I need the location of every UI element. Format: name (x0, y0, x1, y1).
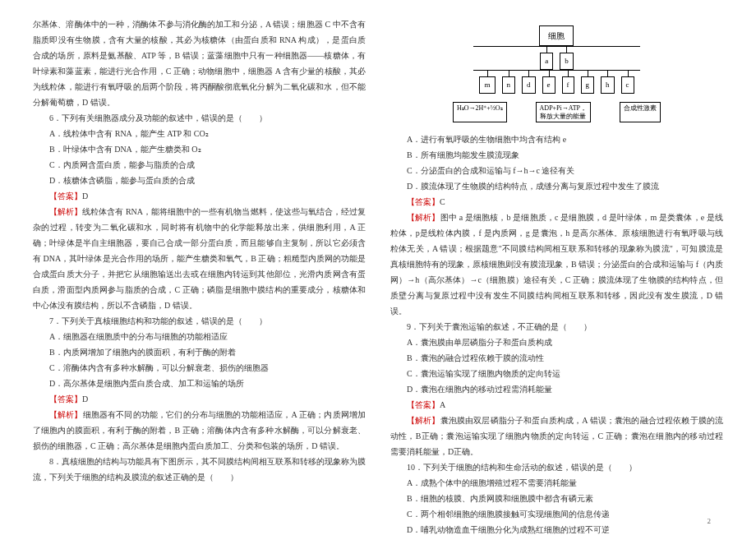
q8-choice-B: B．所有细胞均能发生膜流现象 (390, 147, 723, 163)
q6-analysis-label: 【解析】 (49, 207, 82, 216)
diagram-box-e: e (542, 76, 555, 94)
diagram-labels: H₂O→2H⁺+½O₂ ADP+Pi→ATP， 释放大量的能量 合成性激素 (453, 102, 661, 122)
diagram-box-a: a (540, 53, 553, 70)
diagram-box-b: b (560, 53, 574, 70)
q9-stem: 9．下列关于囊泡运输的叙述，不正确的是（ ） (390, 319, 723, 334)
diagram-box-n: n (502, 76, 516, 94)
q7-choice-B: B．内质网增加了细胞内的膜面积，有利于酶的附着 (33, 344, 366, 360)
q6-analysis-text: 线粒体含有 RNA，能将细胞中的一些有机物当燃料，使这些与氧结合，经过复杂的过程… (33, 207, 366, 310)
diagram-top-box: 细胞 (539, 25, 574, 46)
diagram-label-mid: ADP+Pi→ATP， 释放大量的能量 (536, 102, 591, 122)
q6-answer-line: 【答案】D (33, 188, 366, 204)
intro-para: 尔基体、溶酶体中的一种，消酶体不参与消化酶的加工和分泌，A 错误；细胞器 C 中… (33, 16, 366, 110)
diagram-box-d: d (522, 76, 536, 94)
q7-analysis-label: 【解析】 (49, 410, 83, 419)
q7-choice-D: D．高尔基体是细胞内蛋白质合成、加工和运输的场所 (33, 376, 366, 391)
q9-answer-label: 【答案】 (407, 400, 440, 409)
q6-choice-B: B．叶绿体中含有 DNA，能产生糖类和 O₂ (33, 141, 366, 157)
diagram-row1: a b (453, 53, 661, 70)
q8-analysis: 【解析】图中 a 是细胞核，b 是细胞质，c 是细胞膜，d 是叶绿体，m 是类囊… (390, 210, 723, 319)
diagram-box-h: h (601, 76, 615, 94)
q8-analysis-text: 图中 a 是细胞核，b 是细胞质，c 是细胞膜，d 是叶绿体，m 是类囊体，e … (390, 213, 723, 316)
q6-choice-C: C．内质网含蛋白质，能参与脂质的合成 (33, 157, 366, 173)
q8-answer-line: 【答案】C (390, 194, 723, 210)
q10-choice-C: C．两个相邻细胞的细胞膜接触可实现细胞间的信息传递 (390, 506, 723, 522)
q6-stem: 6．下列有关细胞器成分及功能的叙述中，错误的是（ ） (33, 110, 366, 126)
q7-analysis: 【解析】细胞器有不同的功能，它们的分布与细胞的功能相适应，A 正确；内质网增加了… (33, 407, 366, 454)
q9-choice-C: C．囊泡运输实现了细胞内物质的定向转运 (390, 366, 723, 381)
q9-analysis: 【解析】囊泡膜由双层磷脂分子和蛋白质构成，A 错误；囊泡的融合过程依赖于膜的流动… (390, 413, 723, 459)
diagram-label-left: H₂O→2H⁺+½O₂ (453, 102, 507, 122)
q10-choice-A: A．成熟个体中的细胞增殖过程不需要消耗能量 (390, 475, 723, 491)
q8-choice-D: D．膜流体现了生物膜的结构特点，成缝分离与复原过程中发生了膜流 (390, 178, 723, 194)
q8-answer-label: 【答案】 (407, 197, 440, 206)
q9-analysis-label: 【解析】 (407, 416, 440, 425)
q9-answer-line: 【答案】A (390, 397, 723, 413)
diagram-row2: m n d e f g h c (453, 76, 661, 94)
q6-choice-D: D．核糖体含磷脂，能参与蛋白质的合成 (33, 173, 366, 188)
q9-choice-A: A．囊泡膜由单层磷脂分子和蛋白质构成 (390, 334, 723, 350)
q9-answer: A (440, 400, 445, 409)
diagram-label-right: 合成性激素 (620, 102, 661, 122)
q8-analysis-label: 【解析】 (407, 213, 440, 222)
diagram-box-g: g (581, 76, 595, 94)
q6-analysis: 【解析】线粒体含有 RNA，能将细胞中的一些有机物当燃料，使这些与氧结合，经过复… (33, 204, 366, 313)
q7-answer-line: 【答案】D (33, 391, 366, 407)
q8-choice-A: A．进行有氧呼吸的生物细胞中均含有结构 e (390, 131, 723, 147)
left-column: 尔基体、溶酶体中的一种，消酶体不参与消化酶的加工和分泌，A 错误；细胞器 C 中… (33, 16, 366, 535)
diagram-box-f: f (562, 76, 574, 94)
diagram-box-c: c (621, 76, 634, 94)
q8-answer: C (440, 197, 445, 206)
q7-stem: 7．下列关于真核细胞结构和功能的叙述，错误的是（ ） (33, 313, 366, 329)
q6-choice-A: A．线粒体中含有 RNA，能产生 ATP 和 CO₂ (33, 126, 366, 141)
q10-choice-D: D．哺乳动物造血干细胞分化为成熟红细胞的过程不可逆 (390, 522, 723, 535)
diagram: 细胞 a b m n d e f g h c H₂O→2H⁺+½O₂ (390, 21, 723, 127)
page-number: 2 (708, 514, 712, 528)
q7-answer-label: 【答案】 (49, 394, 82, 404)
q10-stem: 10．下列关于细胞的结构和生命活动的叙述，错误的是（ ） (390, 459, 723, 475)
q6-answer-label: 【答案】 (49, 191, 82, 201)
q9-choice-B: B．囊泡的融合过程依赖于膜的流动性 (390, 350, 723, 366)
q8-stem: 8．真核细胞的结构与功能具有下图所示，其不同膜结构间相互联系和转移的现象称为膜流… (33, 454, 366, 485)
q10-choice-B: B．细胞的核膜、内质网膜和细胞膜中都含有磷元素 (390, 491, 723, 506)
q8-choice-C: C．分泌蛋白的合成和运输与 f→h→c 途径有关 (390, 163, 723, 178)
q7-choice-C: C．溶酶体内含有多种水解酶，可以分解衰老、损伤的细胞器 (33, 360, 366, 376)
q9-choice-D: D．囊泡在细胞内的移动过程需消耗能量 (390, 381, 723, 397)
q7-answer: D (82, 394, 88, 404)
diagram-box-m: m (479, 76, 495, 94)
right-column: 细胞 a b m n d e f g h c H₂O→2H⁺+½O₂ (390, 16, 723, 535)
q7-analysis-text: 细胞器有不同的功能，它们的分布与细胞的功能相适应，A 正确；内质网增加了细胞内的… (33, 410, 366, 450)
q6-answer: D (82, 191, 88, 201)
q9-analysis-text: 囊泡膜由双层磷脂分子和蛋白质构成，A 错误；囊泡的融合过程依赖于膜的流动性，B正… (390, 416, 723, 456)
q7-choice-A: A．细胞器在细胞质中的分布与细胞的功能相适应 (33, 329, 366, 344)
